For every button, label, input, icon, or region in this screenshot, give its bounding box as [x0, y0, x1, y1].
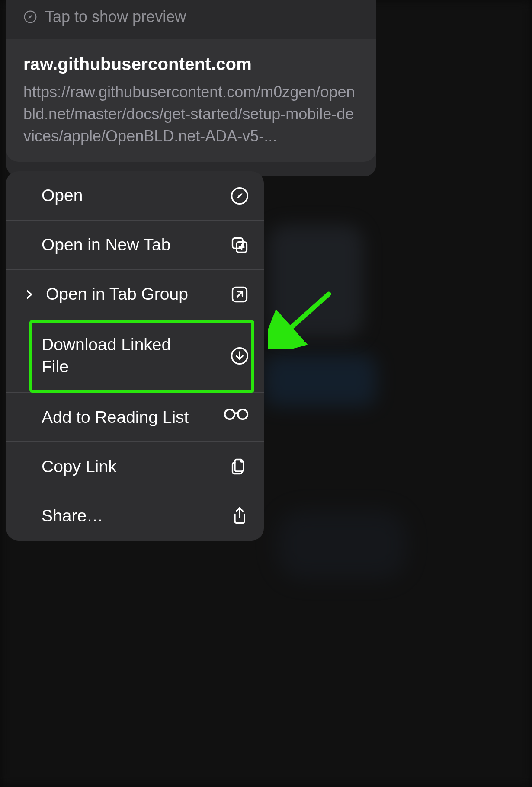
menu-item-open-new-tab[interactable]: Open in New Tab — [6, 221, 264, 270]
menu-label: Copy Link — [42, 456, 116, 478]
chevron-right-icon — [23, 288, 35, 301]
download-circle-icon — [230, 346, 249, 365]
menu-item-open[interactable]: Open — [6, 171, 264, 221]
menu-label: Open in New Tab — [42, 234, 170, 256]
menu-item-copy-link[interactable]: Copy Link — [6, 442, 264, 491]
menu-item-reading-list[interactable]: Add to Reading List — [6, 393, 264, 442]
preview-domain: raw.githubusercontent.com — [23, 54, 359, 74]
svg-marker-1 — [28, 15, 33, 19]
copy-document-icon — [230, 457, 249, 476]
menu-label: Download Linked File — [42, 334, 184, 378]
menu-item-download-linked-file[interactable]: Download Linked File — [6, 319, 264, 393]
svg-point-12 — [225, 409, 235, 419]
menu-label: Share… — [42, 505, 103, 527]
menu-label: Open — [42, 185, 83, 207]
safari-compass-icon — [230, 186, 249, 205]
context-menu: Open Open in New Tab Open — [6, 171, 264, 541]
svg-point-13 — [238, 409, 248, 419]
menu-item-open-tab-group[interactable]: Open in Tab Group — [6, 270, 264, 319]
background-blob — [264, 355, 376, 406]
share-icon — [230, 506, 249, 525]
compass-icon — [23, 10, 37, 24]
svg-marker-3 — [237, 192, 243, 199]
background-blob — [277, 510, 407, 579]
svg-line-9 — [237, 292, 242, 297]
preview-body: raw.githubusercontent.com https://raw.gi… — [6, 39, 376, 162]
link-preview-card[interactable]: Tap to show preview raw.githubuserconten… — [6, 0, 376, 176]
preview-url: https://raw.githubusercontent.com/m0zgen… — [23, 81, 359, 147]
new-tab-icon — [230, 236, 249, 255]
menu-label: Add to Reading List — [42, 406, 189, 429]
background-blob — [268, 225, 363, 337]
open-external-icon — [230, 285, 249, 304]
glasses-icon — [223, 408, 249, 427]
preview-header[interactable]: Tap to show preview — [6, 0, 376, 39]
menu-label: Open in Tab Group — [46, 283, 188, 305]
menu-item-share[interactable]: Share… — [6, 491, 264, 541]
preview-tap-label: Tap to show preview — [45, 8, 186, 26]
